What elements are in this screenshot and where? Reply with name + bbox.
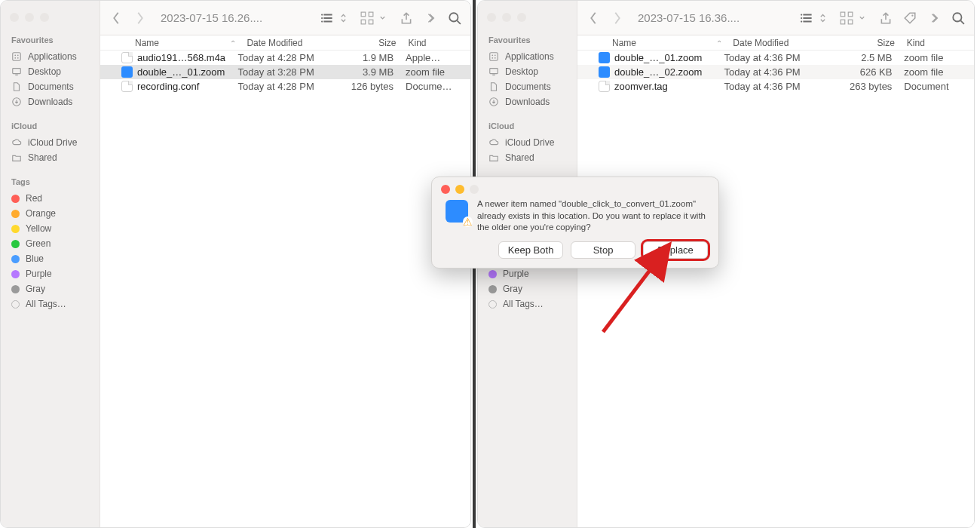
sidebar-item-downloads[interactable]: Downloads — [1, 94, 100, 109]
table-row[interactable]: double_…_01.zoom Today at 3:28 PM 3.9 MB… — [100, 65, 470, 79]
sidebar-tag-gray[interactable]: Gray — [1, 281, 100, 296]
search-button[interactable] — [448, 11, 461, 25]
table-row[interactable]: recording.conf Today at 4:28 PM 126 byte… — [100, 79, 470, 94]
more-button[interactable] — [927, 11, 941, 25]
sidebar-item-downloads[interactable]: Downloads — [478, 94, 577, 109]
sidebar-tag-blue[interactable]: Blue — [1, 251, 100, 266]
favourites-heading: Favourites — [1, 35, 100, 49]
table-row[interactable]: double_…_01.zoom Today at 4:36 PM 2.5 MB… — [577, 51, 974, 65]
sidebar-item-desktop[interactable]: Desktop — [478, 64, 577, 79]
sidebar-item-desktop[interactable]: Desktop — [1, 64, 100, 79]
share-button[interactable] — [879, 11, 893, 25]
column-size[interactable]: Size — [835, 38, 901, 48]
chevron-updown-icon — [816, 11, 829, 25]
column-size[interactable]: Size — [340, 38, 402, 48]
file-date: Today at 4:28 PM — [232, 81, 335, 92]
sidebar-item-shared[interactable]: Shared — [1, 150, 100, 165]
doc-file-icon — [121, 52, 133, 63]
sidebar-item-documents[interactable]: Documents — [1, 79, 100, 94]
sidebar-item-icloud-drive[interactable]: iCloud Drive — [1, 135, 100, 150]
share-button[interactable] — [400, 11, 413, 25]
keep-both-button[interactable]: Keep Both — [498, 241, 563, 259]
all-tags-icon — [11, 300, 20, 309]
table-row[interactable]: zoomver.tag Today at 4:36 PM 263 bytes D… — [577, 79, 974, 94]
sidebar-item-all-tags[interactable]: All Tags… — [1, 296, 100, 312]
group-by-button[interactable] — [840, 11, 868, 25]
grid-icon — [360, 11, 374, 25]
group-by-button[interactable] — [360, 11, 389, 25]
close-icon[interactable] — [10, 13, 19, 22]
file-kind: zoom file — [400, 66, 470, 78]
list-view-icon — [801, 11, 814, 25]
column-date[interactable]: Date Modified — [727, 38, 834, 48]
toolbar: 2023-07-15 16.36.... — [577, 1, 974, 35]
column-name[interactable]: Name⌃ — [577, 38, 727, 48]
stop-button[interactable]: Stop — [571, 241, 635, 259]
close-icon[interactable] — [441, 185, 450, 194]
icloud-heading: iCloud — [1, 121, 100, 135]
tag-dot-icon — [11, 210, 20, 218]
sidebar-tag-green[interactable]: Green — [1, 236, 100, 251]
svg-point-16 — [492, 54, 493, 56]
sidebar-item-label: Gray — [26, 284, 45, 294]
column-date[interactable]: Date Modified — [240, 38, 340, 48]
sidebar-item-applications[interactable]: Applications — [1, 49, 100, 64]
minimize-icon[interactable] — [502, 13, 511, 22]
zoom-icon[interactable] — [40, 13, 49, 22]
table-row[interactable]: audio191…568.m4a Today at 4:28 PM 1.9 MB… — [100, 51, 470, 65]
view-list-button[interactable] — [801, 11, 829, 25]
minimize-icon[interactable] — [25, 13, 34, 22]
sidebar-item-applications[interactable]: Applications — [478, 49, 577, 64]
back-button[interactable] — [109, 11, 123, 25]
applications-icon — [11, 51, 22, 62]
forward-button[interactable] — [133, 11, 147, 25]
replace-button[interactable]: Replace — [643, 241, 708, 259]
downloads-icon — [488, 97, 499, 107]
close-icon[interactable] — [487, 13, 496, 22]
file-size: 1.9 MB — [335, 52, 400, 63]
doc-file-icon — [599, 81, 610, 92]
sidebar-item-label: Shared — [505, 152, 534, 163]
sidebar-item-shared[interactable]: Shared — [478, 150, 577, 165]
list-view-icon — [321, 11, 335, 25]
documents-icon — [11, 81, 22, 92]
sidebar-item-icloud-drive[interactable]: iCloud Drive — [478, 135, 577, 150]
sidebar-item-documents[interactable]: Documents — [478, 79, 577, 94]
file-date: Today at 4:36 PM — [718, 81, 829, 92]
column-name[interactable]: Name⌃ — [100, 38, 240, 48]
svg-point-23 — [801, 17, 802, 18]
tag-button[interactable] — [903, 11, 917, 25]
window-title: 2023-07-15 16.26.... — [161, 11, 262, 24]
tags-heading: Tags — [1, 177, 100, 191]
svg-point-4 — [17, 57, 19, 59]
svg-point-18 — [492, 57, 493, 59]
zoom-icon[interactable] — [517, 13, 526, 22]
search-button[interactable] — [951, 11, 965, 25]
svg-rect-12 — [361, 20, 366, 24]
svg-point-2 — [17, 54, 19, 56]
forward-button[interactable] — [611, 11, 624, 25]
sidebar-tag-orange[interactable]: Orange — [1, 206, 100, 221]
zoom-file-icon — [599, 52, 610, 63]
sidebar-tag-gray[interactable]: Gray — [478, 281, 577, 296]
doc-file-icon — [121, 81, 133, 92]
back-button[interactable] — [586, 11, 600, 25]
sidebar-tag-purple[interactable]: Purple — [478, 266, 577, 281]
view-list-button[interactable] — [321, 11, 350, 25]
svg-point-22 — [801, 14, 802, 15]
minimize-icon[interactable] — [455, 185, 464, 194]
file-name: double_…_01.zoom — [614, 52, 702, 63]
sidebar-tag-purple[interactable]: Purple — [1, 266, 100, 281]
column-kind[interactable]: Kind — [901, 38, 974, 48]
file-date: Today at 4:36 PM — [718, 66, 829, 78]
sidebar-tag-yellow[interactable]: Yellow — [1, 221, 100, 236]
table-row[interactable]: double_…_02.zoom Today at 4:36 PM 626 KB… — [577, 65, 974, 79]
more-button[interactable] — [424, 11, 437, 25]
downloads-icon — [11, 97, 22, 107]
sidebar-tag-red[interactable]: Red — [1, 191, 100, 206]
sidebar-item-all-tags[interactable]: All Tags… — [478, 296, 577, 312]
icloud-heading: iCloud — [478, 121, 577, 135]
column-kind[interactable]: Kind — [403, 38, 470, 48]
file-size: 263 bytes — [829, 81, 898, 92]
desktop-icon — [488, 66, 499, 77]
